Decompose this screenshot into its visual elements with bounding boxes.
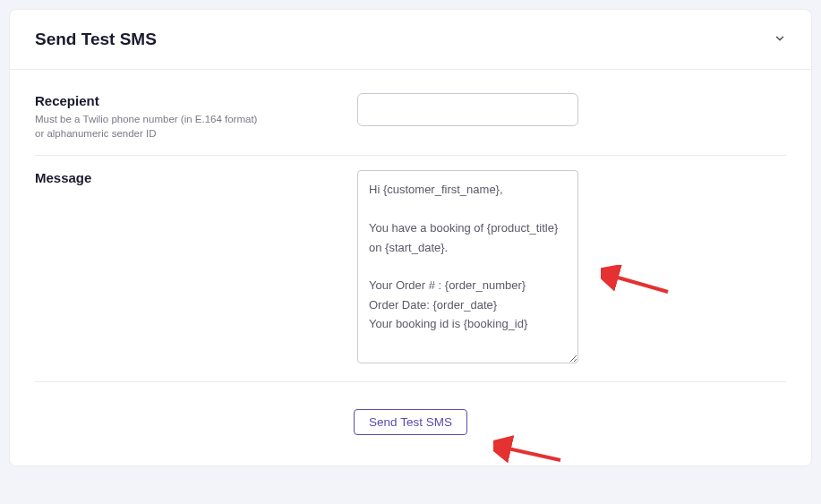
message-textarea[interactable] (357, 170, 578, 363)
card-footer: Send Test SMS (10, 382, 811, 466)
card-body: Recepient Must be a Twilio phone number … (10, 70, 811, 381)
recipient-input-col (357, 93, 786, 141)
chevron-down-icon (774, 32, 786, 47)
recipient-input[interactable] (357, 93, 578, 126)
recipient-row: Recepient Must be a Twilio phone number … (35, 79, 786, 156)
message-label-col: Message (35, 170, 357, 367)
message-input-col (357, 170, 786, 367)
message-row: Message (35, 156, 786, 381)
send-test-sms-button[interactable]: Send Test SMS (354, 409, 467, 435)
recipient-help-text: Must be a Twilio phone number (in E.164 … (35, 112, 268, 141)
recipient-label: Recepient (35, 93, 357, 108)
card-title: Send Test SMS (35, 30, 157, 49)
send-test-sms-card: Send Test SMS Recepient Must be a Twilio… (9, 9, 812, 466)
message-label: Message (35, 170, 357, 185)
recipient-label-col: Recepient Must be a Twilio phone number … (35, 93, 357, 141)
card-header[interactable]: Send Test SMS (10, 10, 811, 70)
